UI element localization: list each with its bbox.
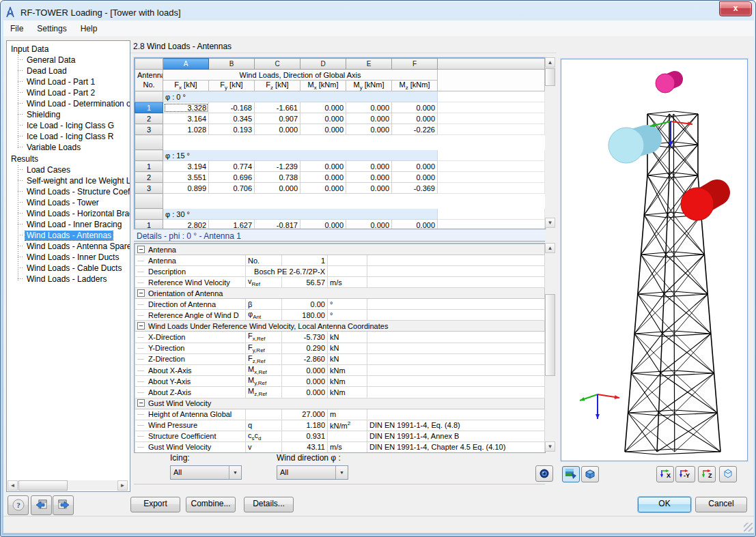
value-cell[interactable]: 0.000: [300, 161, 346, 172]
value-cell[interactable]: 3.328: [163, 102, 209, 113]
value-cell[interactable]: 3.194: [163, 161, 209, 172]
sidebar-item[interactable]: Wind Loads - Tower: [16, 198, 130, 209]
value-cell[interactable]: 3.164: [163, 113, 209, 124]
combine-button[interactable]: Combine...: [186, 497, 236, 512]
table-vscrollbar[interactable]: ▲ ▼: [545, 57, 555, 228]
value-cell[interactable]: 0.000: [300, 102, 346, 113]
column-letter-header[interactable]: E: [346, 59, 392, 70]
table-corner[interactable]: [135, 59, 163, 70]
row-number-header[interactable]: 1: [135, 161, 163, 172]
tree-section-label[interactable]: Input Data: [10, 44, 130, 55]
value-cell[interactable]: -0.226: [392, 124, 438, 135]
scroll-down-icon[interactable]: ▼: [545, 218, 555, 228]
close-button[interactable]: x: [719, 1, 752, 16]
next-table-button[interactable]: [53, 495, 74, 515]
column-letter-header[interactable]: B: [209, 59, 255, 70]
value-cell[interactable]: 0.000: [255, 183, 300, 194]
sidebar-item[interactable]: Wind Load - Determination of G: [16, 99, 130, 110]
help-button[interactable]: ?: [8, 495, 29, 515]
chevron-down-icon[interactable]: ▼: [335, 466, 348, 479]
sidebar-item[interactable]: Wind Loads - Antennas: [16, 231, 130, 242]
value-cell[interactable]: 0.738: [255, 172, 300, 183]
sidebar-item[interactable]: Wind Loads - Structure Coeffici: [16, 187, 130, 198]
value-cell[interactable]: 0.193: [209, 124, 255, 135]
column-letter-header[interactable]: A: [163, 59, 209, 70]
details-section-header[interactable]: Gust Wind Velocity: [135, 398, 545, 409]
value-cell[interactable]: 0.000: [392, 220, 438, 229]
scroll-down-icon[interactable]: ▼: [545, 441, 555, 452]
tree-section-label[interactable]: Results: [10, 154, 130, 165]
sidebar-item[interactable]: Wind Load - Part 2: [16, 88, 130, 99]
value-cell[interactable]: 0.000: [392, 172, 438, 183]
scroll-up-icon[interactable]: ▲: [545, 57, 555, 68]
tower-3d-view[interactable]: [561, 59, 748, 461]
value-cell[interactable]: -0.817: [255, 220, 300, 229]
antenna-cyan[interactable]: [608, 128, 647, 163]
value-cell[interactable]: 0.000: [255, 124, 300, 135]
value-cell[interactable]: 0.000: [300, 183, 346, 194]
chevron-down-icon[interactable]: ▼: [229, 466, 241, 479]
icing-select[interactable]: All ▼: [170, 465, 242, 480]
value-cell[interactable]: 0.000: [346, 124, 392, 135]
resize-grip[interactable]: [744, 523, 753, 532]
value-cell[interactable]: 0.345: [209, 113, 255, 124]
value-cell[interactable]: 2.802: [163, 220, 209, 229]
scroll-left-icon[interactable]: ◄: [8, 480, 18, 491]
sidebar-item[interactable]: Self-weight and Ice Weight Loa: [16, 176, 130, 187]
sidebar-hscrollbar[interactable]: ◄ ►: [8, 480, 128, 491]
value-cell[interactable]: 0.000: [300, 172, 346, 183]
value-cell[interactable]: 0.000: [346, 161, 392, 172]
details-vscrollbar[interactable]: ▲ ▼: [545, 243, 555, 452]
ok-button[interactable]: OK: [638, 497, 691, 512]
value-cell[interactable]: 0.000: [300, 113, 346, 124]
value-cell[interactable]: 0.000: [346, 102, 392, 113]
scroll-right-icon[interactable]: ►: [117, 480, 128, 491]
sidebar-item[interactable]: Wind Loads - Cable Ducts: [16, 263, 130, 274]
previous-table-button[interactable]: [31, 495, 52, 515]
value-cell[interactable]: 1.627: [209, 220, 255, 229]
column-letter-header[interactable]: F: [392, 59, 438, 70]
value-cell[interactable]: 0.000: [392, 113, 438, 124]
collapse-icon[interactable]: [137, 289, 145, 297]
menu-settings[interactable]: Settings: [30, 22, 73, 35]
value-cell[interactable]: -0.168: [209, 102, 255, 113]
value-cell[interactable]: 0.000: [346, 220, 392, 229]
scroll-thumb[interactable]: [545, 294, 555, 376]
value-cell[interactable]: 0.000: [346, 113, 392, 124]
sidebar-item[interactable]: Shielding: [16, 110, 130, 121]
wind-direction-select[interactable]: All ▼: [277, 465, 348, 480]
menu-help[interactable]: Help: [74, 22, 104, 35]
row-number-header[interactable]: 3: [135, 124, 163, 135]
value-cell[interactable]: 0.000: [392, 161, 438, 172]
antenna-magenta[interactable]: [656, 74, 675, 93]
column-letter-header[interactable]: C: [255, 59, 300, 70]
column-letter-header[interactable]: D: [300, 59, 346, 70]
details-section-header[interactable]: Wind Loads Under Reference Wind Velocity…: [135, 321, 545, 332]
value-cell[interactable]: 0.899: [163, 183, 209, 194]
sidebar-item[interactable]: Ice Load - Icing Class R: [16, 132, 130, 143]
value-cell[interactable]: 3.551: [163, 172, 209, 183]
value-cell[interactable]: -1.239: [255, 161, 300, 172]
show-in-graphic-button[interactable]: [535, 465, 553, 482]
view-x-button[interactable]: X: [656, 466, 674, 482]
collapse-icon[interactable]: [137, 246, 145, 253]
value-cell[interactable]: 0.696: [209, 172, 255, 183]
export-button[interactable]: Export: [130, 497, 180, 512]
sidebar-item[interactable]: Wind Load - Part 1: [16, 77, 130, 88]
sidebar-item[interactable]: Wind Loads - Ladders: [16, 274, 130, 285]
row-number-header[interactable]: 2: [135, 113, 163, 124]
value-cell[interactable]: -1.661: [255, 102, 300, 113]
value-cell[interactable]: 1.028: [163, 124, 209, 135]
view-minus-y-button[interactable]: -Y: [675, 466, 695, 482]
row-number-header[interactable]: 1: [135, 102, 163, 113]
isometric-view-button[interactable]: [719, 466, 737, 482]
sidebar-item[interactable]: Wind Loads - Inner Ducts: [16, 252, 130, 263]
scroll-up-icon[interactable]: ▲: [545, 243, 555, 253]
sidebar-item[interactable]: Variable Loads: [16, 143, 130, 154]
sidebar-item[interactable]: Wind Loads - Antenna Spare A: [16, 242, 130, 252]
scroll-thumb[interactable]: [545, 68, 555, 86]
details-section-header[interactable]: Orientation of Antenna: [135, 288, 545, 299]
value-cell[interactable]: 0.000: [300, 124, 346, 135]
value-cell[interactable]: -0.369: [392, 183, 438, 194]
row-number-header[interactable]: 3: [135, 183, 163, 194]
